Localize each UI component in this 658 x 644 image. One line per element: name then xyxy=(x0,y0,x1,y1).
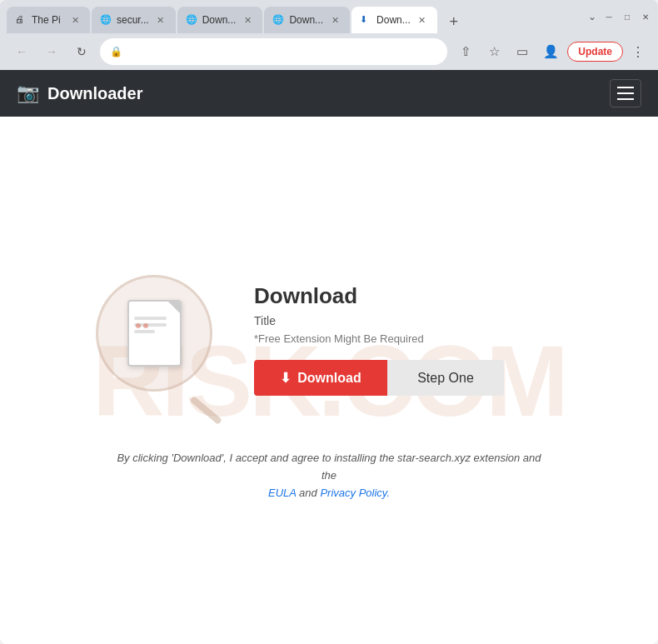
profile-icon[interactable]: 👤 xyxy=(539,40,562,63)
tabs-area: 🖨 The Pi ✕ 🌐 secur... ✕ 🌐 Down... ✕ 🌐 Do… xyxy=(7,0,581,33)
tab-1[interactable]: 🖨 The Pi ✕ xyxy=(7,7,90,33)
update-button[interactable]: Update xyxy=(567,42,623,62)
tab1-close-icon[interactable]: ✕ xyxy=(68,13,82,27)
tab5-close-icon[interactable]: ✕ xyxy=(416,13,429,27)
tab-3[interactable]: 🌐 Down... ✕ xyxy=(177,7,263,33)
tab4-close-icon[interactable]: ✕ xyxy=(328,13,341,27)
tab2-label: secur... xyxy=(117,14,149,26)
share-icon[interactable]: ⇧ xyxy=(454,40,477,63)
camera-icon: 📷 xyxy=(17,82,39,104)
file-dot-1 xyxy=(136,323,141,328)
tab4-label: Down... xyxy=(289,14,323,26)
main-content: RISK.COM xyxy=(0,117,658,644)
tab3-label: Down... xyxy=(202,14,237,26)
download-title: Download xyxy=(254,283,562,309)
close-button[interactable]: ✕ xyxy=(640,11,651,22)
tab-2[interactable]: 🌐 secur... ✕ xyxy=(92,7,176,33)
magnifier-handle xyxy=(189,396,222,425)
disclaimer-text-before: By clicking 'Download', I accept and agr… xyxy=(117,452,541,482)
page-content: 📷 Downloader RISK.COM xyxy=(0,70,658,644)
tab5-favicon: ⬇ xyxy=(360,14,371,26)
step-one-button[interactable]: Step One xyxy=(387,360,504,396)
file-dot-2 xyxy=(143,323,148,328)
download-subtitle: Title xyxy=(254,314,562,327)
tab1-label: The Pi xyxy=(32,14,63,26)
download-card: Download Title *Free Extension Might Be … xyxy=(96,258,562,425)
file-line-3 xyxy=(134,330,155,333)
disclaimer: By clicking 'Download', I accept and agr… xyxy=(112,450,546,502)
hamburger-line-3 xyxy=(617,98,634,100)
logo-text: Downloader xyxy=(47,84,142,103)
bookmark-icon[interactable]: ☆ xyxy=(482,40,506,63)
address-bar: ← → ↻ 🔒 ⇧ ☆ ▭ 👤 Update ⋮ xyxy=(0,33,658,70)
hamburger-menu-button[interactable] xyxy=(610,79,641,107)
tab1-favicon: 🖨 xyxy=(15,14,27,26)
tab-4[interactable]: 🌐 Down... ✕ xyxy=(264,7,350,33)
title-bar: 🖨 The Pi ✕ 🌐 secur... ✕ 🌐 Down... ✕ 🌐 Do… xyxy=(0,0,658,33)
site-navbar: 📷 Downloader xyxy=(0,70,658,117)
hamburger-line-1 xyxy=(617,87,634,88)
sidebar-icon[interactable]: ▭ xyxy=(511,40,534,63)
download-info: Download Title *Free Extension Might Be … xyxy=(254,275,562,396)
browser-frame: 🖨 The Pi ✕ 🌐 secur... ✕ 🌐 Down... ✕ 🌐 Do… xyxy=(0,0,658,644)
file-document-icon xyxy=(127,300,182,367)
download-button[interactable]: ⬇ Download xyxy=(254,360,387,396)
tab3-favicon: 🌐 xyxy=(186,14,197,26)
tab-5[interactable]: ⬇ Down... ✕ xyxy=(351,7,437,33)
forward-button[interactable]: → xyxy=(40,40,63,63)
lock-icon: 🔒 xyxy=(110,46,122,57)
file-dots xyxy=(136,323,148,328)
tab5-label: Down... xyxy=(376,14,411,26)
hamburger-line-2 xyxy=(617,92,634,94)
maximize-button[interactable]: □ xyxy=(621,11,633,22)
toolbar-actions: ⇧ ☆ ▭ 👤 Update ⋮ xyxy=(454,40,648,63)
window-controls: ⌄ ─ □ ✕ xyxy=(588,11,651,22)
buttons-row: ⬇ Download Step One xyxy=(254,360,562,396)
disclaimer-and: and xyxy=(299,487,317,499)
download-note: *Free Extension Might Be Required xyxy=(254,332,562,345)
chevron-up-icon: ⌄ xyxy=(588,11,596,22)
site-logo: 📷 Downloader xyxy=(17,82,142,104)
download-icon: ⬇ xyxy=(280,370,291,386)
new-tab-button[interactable]: + xyxy=(442,10,466,33)
tab4-favicon: 🌐 xyxy=(272,14,284,26)
privacy-policy-link[interactable]: Privacy Policy. xyxy=(320,487,390,499)
reload-button[interactable]: ↻ xyxy=(70,40,93,63)
minimize-button[interactable]: ─ xyxy=(603,11,615,22)
tab2-favicon: 🌐 xyxy=(100,14,112,26)
download-btn-label: Download xyxy=(297,371,361,386)
back-button[interactable]: ← xyxy=(10,40,33,63)
tab2-close-icon[interactable]: ✕ xyxy=(154,13,167,27)
menu-dots-icon[interactable]: ⋮ xyxy=(628,41,648,63)
file-line-1 xyxy=(134,317,167,320)
tab3-close-icon[interactable]: ✕ xyxy=(241,13,254,27)
file-icon-area xyxy=(96,275,229,408)
address-box[interactable]: 🔒 xyxy=(100,38,447,65)
eula-link[interactable]: EULA xyxy=(268,487,296,499)
file-corner xyxy=(168,302,180,313)
